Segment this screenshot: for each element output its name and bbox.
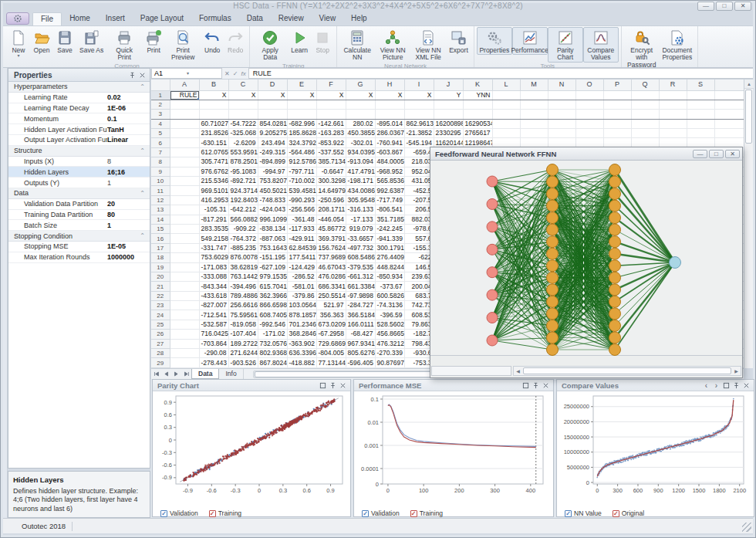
property-section-data[interactable]: Data⌃: [8, 188, 150, 199]
cell[interactable]: 476.0286: [316, 272, 346, 281]
cell[interactable]: [170, 320, 199, 329]
cell[interactable]: [520, 119, 548, 128]
cell[interactable]: 565.8536: [375, 177, 404, 186]
collapse-chevron-icon[interactable]: ⌃: [140, 232, 150, 239]
cell[interactable]: [170, 301, 199, 310]
cell[interactable]: -316.133: [346, 205, 375, 215]
cell[interactable]: 276.4409: [375, 253, 404, 262]
column-header-D[interactable]: D: [258, 80, 287, 90]
cell[interactable]: -581.01: [287, 282, 316, 291]
cell[interactable]: [548, 129, 575, 138]
maximize-button[interactable]: □: [709, 150, 724, 158]
cell[interactable]: YNN: [463, 90, 492, 100]
column-header-C[interactable]: C: [228, 80, 258, 90]
cell[interactable]: [404, 110, 434, 119]
cell[interactable]: -0.6647: [316, 167, 346, 176]
column-header-F[interactable]: F: [316, 80, 346, 90]
property-row-hidden-layers[interactable]: Hidden Layers16;16: [8, 167, 150, 178]
column-header-L[interactable]: L: [492, 80, 520, 90]
legend-item-training[interactable]: ✓Training: [410, 509, 443, 517]
property-value[interactable]: 0.1: [107, 115, 150, 123]
cell[interactable]: [287, 100, 316, 109]
cell[interactable]: -361.48: [287, 215, 316, 224]
row-header-8[interactable]: 8: [151, 157, 170, 167]
view-nn-xml-file-button[interactable]: View NN XML File: [410, 27, 446, 63]
tab-formulas[interactable]: Formulas: [191, 12, 239, 25]
cell[interactable]: -250.596: [316, 195, 346, 205]
cell[interactable]: -2.6209: [228, 138, 258, 147]
cell[interactable]: 256.6616: [228, 301, 258, 310]
cell[interactable]: 103.0564: [287, 301, 316, 310]
cell[interactable]: -325.068: [228, 129, 258, 138]
cell[interactable]: 14.64979: [316, 186, 346, 195]
cell[interactable]: [520, 100, 548, 109]
cell[interactable]: -17.133: [346, 215, 375, 224]
cell[interactable]: [228, 110, 258, 119]
cell[interactable]: [375, 110, 404, 119]
cell[interactable]: [575, 90, 603, 100]
cell[interactable]: [631, 90, 659, 100]
cell[interactable]: 919.079: [346, 224, 375, 233]
properties-button[interactable]: Properties: [477, 27, 512, 55]
cell[interactable]: 286.0367: [375, 129, 404, 138]
view-nn-picture-button[interactable]: View NN Picture: [375, 27, 410, 63]
cell[interactable]: 16200898: [434, 119, 463, 128]
cell[interactable]: -909.22: [228, 224, 258, 233]
cell[interactable]: -242.245: [375, 224, 404, 233]
cell[interactable]: [170, 215, 199, 224]
column-header-E[interactable]: E: [287, 80, 316, 90]
cell[interactable]: -748.833: [258, 195, 287, 205]
cell[interactable]: -396.59: [375, 310, 404, 320]
row-header-25[interactable]: 25: [151, 320, 170, 329]
undo-button[interactable]: Undo: [201, 27, 224, 55]
row-header-13[interactable]: 13: [151, 205, 170, 215]
property-row-learning-rate-decay[interactable]: Learning Rate Decay1E-06: [8, 103, 150, 114]
cell[interactable]: 521.97: [316, 301, 346, 310]
chevron-down-icon[interactable]: ▾: [187, 69, 219, 77]
collapse-chevron-icon[interactable]: ⌃: [140, 190, 150, 197]
row-header-22[interactable]: 22: [151, 291, 170, 300]
cell[interactable]: -838.134: [258, 224, 287, 233]
property-value[interactable]: 16;16: [107, 168, 150, 176]
cell[interactable]: -418.882: [287, 358, 316, 367]
row-header-11[interactable]: 11: [151, 186, 170, 195]
close-icon[interactable]: [338, 381, 348, 390]
legend-checkbox[interactable]: ✓: [613, 510, 619, 517]
cell[interactable]: -379.86: [287, 291, 316, 300]
cell[interactable]: -21.3852: [404, 129, 434, 138]
cell[interactable]: [170, 330, 199, 339]
cell[interactable]: -596.405: [346, 358, 375, 367]
cell[interactable]: [170, 167, 199, 176]
cell[interactable]: -885.235: [228, 243, 258, 252]
cell[interactable]: [170, 195, 199, 205]
row-header-20[interactable]: 20: [151, 272, 170, 281]
cell[interactable]: 805.6276: [346, 349, 375, 358]
pin-icon[interactable]: [531, 381, 541, 390]
tab-home[interactable]: Home: [62, 12, 98, 25]
cell[interactable]: 77.13144: [316, 358, 346, 367]
cell[interactable]: 979.1535: [258, 272, 287, 281]
tab-file[interactable]: File: [32, 12, 62, 25]
cell[interactable]: -682.996: [287, 119, 316, 128]
cell[interactable]: 208.1711: [316, 205, 346, 215]
cell[interactable]: 802.9368: [258, 349, 287, 358]
cell[interactable]: 737.9689: [316, 253, 346, 262]
cell[interactable]: 2765617: [463, 129, 492, 138]
property-value[interactable]: 0.02: [107, 93, 150, 101]
property-row-inputs-x-[interactable]: Inputs (X)8: [8, 157, 150, 167]
cell[interactable]: -892.721: [228, 177, 258, 186]
cell[interactable]: [404, 100, 434, 109]
cell[interactable]: [375, 100, 404, 109]
cell[interactable]: -142.661: [316, 119, 346, 128]
vertical-scrollbar[interactable]: ▲: [744, 80, 753, 368]
property-section-hyperparameters[interactable]: Hyperparameters⌃: [8, 82, 150, 93]
close-icon[interactable]: [137, 71, 147, 80]
row-header-17[interactable]: 17: [151, 243, 170, 252]
cell[interactable]: [687, 100, 714, 109]
cell[interactable]: [316, 100, 346, 109]
performance-panel-header[interactable]: Performance MSE: [354, 380, 553, 391]
column-header-J[interactable]: J: [434, 80, 463, 90]
cell[interactable]: -894.899: [258, 157, 287, 167]
cell[interactable]: -151.195: [258, 253, 287, 262]
cell[interactable]: [170, 243, 199, 252]
